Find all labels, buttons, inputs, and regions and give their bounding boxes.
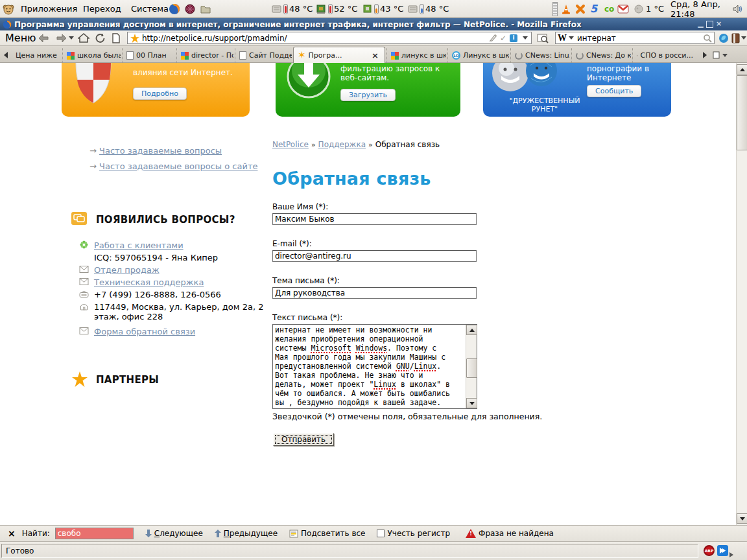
support-link[interactable]: Техническая поддержка (94, 277, 204, 287)
new-page-icon[interactable] (112, 30, 121, 45)
hdd2-temp-applet[interactable]: 48 °C (407, 0, 449, 18)
wikipedia-engine-icon[interactable]: W (558, 33, 567, 43)
scroll-tabs-right-icon[interactable] (700, 49, 709, 61)
faq-site-link[interactable]: Часто задаваемые вопросы о сайте (99, 161, 257, 171)
message-textarea[interactable]: интернат не имеет ни возможности нижелан… (272, 324, 477, 409)
banner-download[interactable]: фильтрацию запросов к веб-сайтам. Загруз… (276, 63, 460, 117)
addon-dropdown-icon[interactable] (741, 30, 746, 45)
urlbar-dropdown-icon[interactable] (523, 36, 528, 40)
firefox-launcher-icon[interactable] (169, 0, 180, 18)
bookmarks-addon-icon[interactable] (731, 30, 740, 45)
file-manager-icon[interactable] (200, 0, 211, 18)
gmail-tray-icon[interactable] (617, 0, 629, 18)
tab-10[interactable]: СПО в росси... (632, 48, 697, 63)
home-icon[interactable] (78, 30, 89, 45)
search-icon[interactable] (703, 34, 712, 43)
menu-button[interactable]: Меню (5, 30, 36, 45)
tab-close-icon[interactable]: × (370, 51, 381, 60)
breadcrumb-netpolice-link[interactable]: NetPolice (272, 140, 309, 149)
distro-menu-icon[interactable] (3, 0, 14, 18)
scrollbar-thumb[interactable] (466, 358, 477, 378)
close-find-icon[interactable]: × (8, 528, 16, 539)
scrollbar-thumb[interactable] (737, 75, 747, 150)
breadcrumb-support-link[interactable]: Поддержка (318, 140, 366, 149)
feedback-form-link[interactable]: Форма обратной связи (94, 327, 195, 336)
banner-friendly-runet[interactable]: "ДРУЖЕСТВЕННЫЙ РУНЕТ" порнографии в Инте… (483, 63, 671, 117)
smiley-mascots-icon (490, 63, 561, 99)
tray-co-icon[interactable]: co (604, 0, 614, 18)
hdd-temp-applet[interactable]: 48 °C (271, 0, 313, 18)
forward-dropdown-icon[interactable] (69, 30, 74, 45)
tab-4[interactable]: Сайт Подде... (235, 48, 292, 63)
checkbox-icon[interactable] (377, 530, 385, 537)
volume-icon[interactable] (731, 0, 743, 18)
gpu-temp-applet[interactable]: 52 °C (316, 0, 357, 18)
menu-places[interactable]: Переход (79, 0, 125, 18)
tray-x-icon[interactable] (575, 0, 586, 18)
cpu-temp-applet[interactable]: 43 °C (362, 0, 403, 18)
maximize-button[interactable] (706, 21, 713, 28)
weather-moon-icon[interactable] (633, 0, 645, 18)
forward-icon[interactable] (56, 30, 67, 45)
find-input[interactable] (55, 528, 134, 539)
tab-5-active[interactable]: ✶Програ... × (293, 47, 385, 63)
vlc-tray-icon[interactable] (560, 0, 572, 18)
applet-icon[interactable] (184, 0, 196, 18)
search-bar[interactable]: W (555, 32, 715, 44)
tab-6[interactable]: линукс в шк... (386, 48, 446, 63)
back-icon[interactable] (38, 30, 49, 45)
tab-2[interactable]: 00 План (122, 48, 175, 63)
email-field[interactable] (272, 250, 477, 262)
tray-swirl-icon[interactable]: 5 (590, 0, 597, 18)
list-all-tabs-icon[interactable] (712, 49, 728, 61)
find-next-button[interactable]: Следующее (145, 529, 203, 538)
hdd2-temp-value: 48 °C (425, 4, 449, 14)
sales-link[interactable]: Отдел продаж (94, 265, 160, 275)
url-bar[interactable]: ✓ i (127, 32, 532, 44)
reload-icon[interactable] (95, 30, 106, 45)
report-button[interactable]: Сообщить (587, 85, 641, 97)
subject-field[interactable] (272, 287, 477, 299)
match-case-checkbox[interactable]: Учесть регистр (377, 529, 450, 538)
tab-0[interactable]: Цена ниже (12, 48, 61, 63)
addon-icon[interactable] (718, 30, 729, 45)
check-icon[interactable]: ✓ (500, 34, 506, 43)
clients-link[interactable]: Работа с клиентами (94, 240, 184, 250)
scroll-up-icon[interactable] (737, 64, 747, 75)
scroll-down-icon[interactable] (466, 398, 477, 408)
submit-button[interactable]: Отправить (273, 433, 334, 446)
close-button[interactable]: × (715, 20, 723, 29)
name-field[interactable] (272, 213, 477, 225)
scroll-tabs-left-icon[interactable] (1, 49, 10, 61)
find-prev-button[interactable]: Предыдущее (215, 529, 278, 538)
adblock-plus-icon[interactable]: ABP (704, 545, 715, 556)
menu-applications[interactable]: Приложения (17, 0, 81, 18)
search-input[interactable] (577, 33, 703, 43)
tab-8[interactable]: CNews: Linu... (510, 48, 570, 63)
minimize-button[interactable]: ▁ (696, 20, 705, 29)
weather-temp[interactable]: 1 °C (646, 0, 664, 18)
details-button[interactable]: Подробно (133, 88, 187, 100)
info-icon[interactable]: i (510, 34, 517, 42)
banner-netpolice-pro[interactable]: влияния сети Интернет. Подробно (62, 63, 250, 117)
url-input[interactable] (142, 33, 488, 43)
tab-7[interactable]: LOЛинукс в шк... (447, 48, 509, 63)
tab-1[interactable]: школа была... (62, 48, 121, 63)
quill-icon[interactable] (489, 34, 497, 42)
search-engine-dropdown-icon[interactable] (569, 36, 574, 40)
statusbar-expand-icon[interactable] (729, 548, 733, 560)
scroll-up-icon[interactable] (466, 325, 477, 335)
panel-handle[interactable] (552, 0, 558, 18)
highlight-all-button[interactable]: Подсветить все (289, 529, 365, 538)
scroll-down-icon[interactable] (737, 513, 747, 524)
download-button[interactable]: Загрузить (340, 89, 396, 101)
preview-button[interactable] (537, 30, 549, 45)
textarea-scrollbar[interactable] (466, 325, 477, 408)
tab-9[interactable]: CNews: До к... (571, 48, 631, 63)
flashgot-icon[interactable] (717, 545, 728, 556)
faq-link[interactable]: Часто задаваемые вопросы (99, 146, 222, 156)
menu-system[interactable]: Система (127, 0, 172, 18)
window-titlebar[interactable]: Программа управления доступом в интернет… (0, 18, 747, 30)
page-scrollbar[interactable] (736, 63, 747, 525)
tab-3[interactable]: director - По... (176, 48, 233, 63)
